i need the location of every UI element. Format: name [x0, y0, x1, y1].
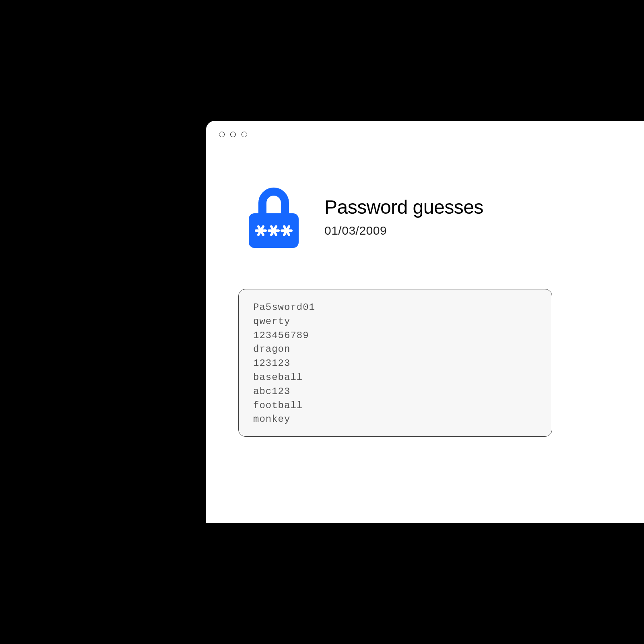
window-control-minimize[interactable]: [230, 132, 236, 137]
document-title: Password guesses: [324, 196, 483, 218]
document-meta: Password guesses 01/03/2009: [324, 196, 483, 237]
app-window: Password guesses 01/03/2009 Pa5sword01 q…: [206, 121, 644, 523]
password-lock-icon: [242, 180, 306, 253]
document-date: 01/03/2009: [324, 224, 483, 237]
window-control-close[interactable]: [219, 132, 225, 137]
document-header: Password guesses 01/03/2009: [238, 180, 644, 253]
window-titlebar: [206, 121, 644, 148]
password-list: Pa5sword01 qwerty 123456789 dragon 12312…: [238, 289, 552, 437]
window-content: Password guesses 01/03/2009 Pa5sword01 q…: [206, 148, 644, 453]
window-control-zoom[interactable]: [242, 132, 247, 137]
